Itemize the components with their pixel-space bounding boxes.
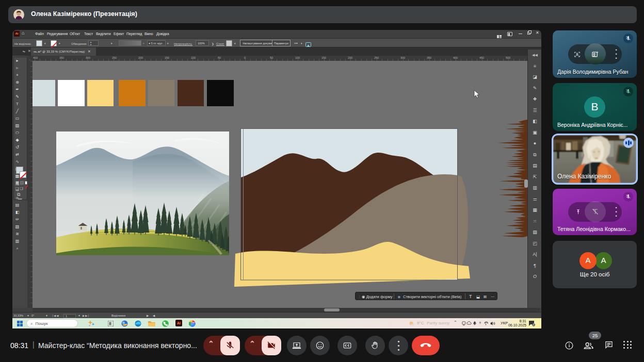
svg-text:2: 2 xyxy=(533,323,535,326)
